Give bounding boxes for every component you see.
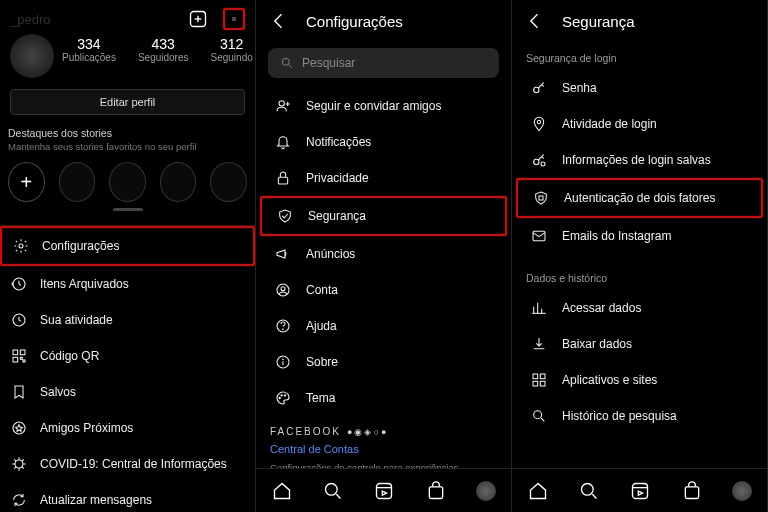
set-item-search[interactable]: Histórico de pesquisa	[516, 398, 763, 434]
brand-icons: ●◉◈○●	[347, 427, 388, 437]
nav-reels-icon[interactable]	[373, 480, 395, 502]
stat-posts[interactable]: 334Publicações	[62, 36, 116, 63]
set-item-shield[interactable]: Segurança	[260, 196, 507, 236]
nav-search-icon[interactable]	[578, 480, 600, 502]
set-item-key[interactable]: Senha	[516, 70, 763, 106]
nav-home-icon[interactable]	[271, 480, 293, 502]
info-icon	[274, 353, 292, 371]
shield-icon	[276, 207, 294, 225]
gear-icon	[12, 237, 30, 255]
svg-rect-60	[540, 381, 545, 386]
stat-followers[interactable]: 433Seguidores	[138, 36, 189, 63]
drag-handle[interactable]	[113, 208, 143, 211]
set-item-info[interactable]: Sobre	[260, 344, 507, 380]
svg-point-34	[283, 329, 284, 330]
svg-point-6	[19, 244, 23, 248]
svg-rect-43	[377, 483, 392, 498]
item-label: Notificações	[306, 135, 371, 149]
menu-item-bookmark[interactable]: Salvos	[0, 374, 255, 410]
menu-item-qr[interactable]: Código QR	[0, 338, 255, 374]
data-history-list: Acessar dadosBaixar dadosAplicativos e s…	[512, 290, 767, 434]
login-security-list: SenhaAtividade de loginInformações de lo…	[512, 70, 767, 254]
clock-icon	[10, 311, 28, 329]
menu-item-star-list[interactable]: Amigos Próximos	[0, 410, 255, 446]
item-label: Segurança	[308, 209, 366, 223]
edit-profile-button[interactable]: Editar perfil	[10, 89, 245, 115]
svg-line-23	[14, 467, 16, 469]
location-icon	[530, 115, 548, 133]
covid-icon	[10, 455, 28, 473]
username[interactable]: _pedro	[10, 12, 50, 27]
nav-shop-icon[interactable]	[681, 480, 703, 502]
svg-point-47	[534, 87, 539, 92]
clock-arrow-icon	[10, 275, 28, 293]
nav-search-icon[interactable]	[322, 480, 344, 502]
item-label: Informações de login salvas	[562, 153, 711, 167]
bar-chart-icon	[530, 299, 548, 317]
set-item-bell[interactable]: Notificações	[260, 124, 507, 160]
set-item-download[interactable]: Baixar dados	[516, 326, 763, 362]
svg-point-41	[326, 483, 338, 495]
item-label: Atividade de login	[562, 117, 657, 131]
nav-shop-icon[interactable]	[425, 480, 447, 502]
avatar[interactable]	[10, 34, 54, 78]
new-post-icon[interactable]	[187, 8, 209, 30]
profile-panel: _pedro 334Publicações 433Seguidores 312S…	[0, 0, 256, 512]
menu-item-clock[interactable]: Sua atividade	[0, 302, 255, 338]
set-item-user-circle[interactable]: Conta	[260, 272, 507, 308]
stat-following[interactable]: 312Seguindo	[211, 36, 253, 63]
item-label: Acessar dados	[562, 301, 641, 315]
set-item-location[interactable]: Atividade de login	[516, 106, 763, 142]
stories-subtitle: Mantenha seus stories favoritos no seu p…	[8, 141, 247, 152]
search-input[interactable]: Pesquisar	[268, 48, 499, 78]
apps-icon	[530, 371, 548, 389]
nav-profile-icon[interactable]	[476, 481, 496, 501]
svg-rect-13	[23, 360, 25, 362]
hamburger-menu-icon[interactable]	[223, 8, 245, 30]
svg-line-42	[336, 494, 340, 498]
set-item-key-save[interactable]: Informações de login salvas	[516, 142, 763, 178]
item-label: COVID-19: Central de Informações	[40, 457, 227, 471]
nav-reels-icon[interactable]	[629, 480, 651, 502]
set-item-bar-chart[interactable]: Acessar dados	[516, 290, 763, 326]
svg-line-22	[22, 467, 24, 469]
set-item-apps[interactable]: Aplicativos e sites	[516, 362, 763, 398]
svg-rect-30	[278, 177, 287, 184]
accounts-center-link[interactable]: Central de Contas	[270, 443, 497, 455]
menu-item-covid[interactable]: COVID-19: Central de Informações	[0, 446, 255, 482]
security-header: Segurança	[512, 0, 767, 42]
key-icon	[530, 79, 548, 97]
menu-item-refresh-msg[interactable]: Atualizar mensagens	[0, 482, 255, 512]
menu-item-gear[interactable]: Configurações	[0, 226, 255, 266]
bell-icon	[274, 133, 292, 151]
help-icon	[274, 317, 292, 335]
set-item-help[interactable]: Ajuda	[260, 308, 507, 344]
shield-grid-icon	[532, 189, 550, 207]
set-item-shield-grid[interactable]: Autenticação de dois fatores	[516, 178, 763, 218]
item-label: Aplicativos e sites	[562, 373, 657, 387]
set-item-palette[interactable]: Tema	[260, 380, 507, 416]
item-label: Amigos Próximos	[40, 421, 133, 435]
back-icon[interactable]	[524, 10, 546, 32]
set-item-mail[interactable]: Emails do Instagram	[516, 218, 763, 254]
stories-title: Destaques dos stories	[8, 127, 247, 139]
set-item-megaphone[interactable]: Anúncios	[260, 236, 507, 272]
set-item-lock[interactable]: Privacidade	[260, 160, 507, 196]
item-label: Sobre	[306, 355, 338, 369]
page-title: Configurações	[306, 13, 403, 30]
profile-menu: ConfiguraçõesItens ArquivadosSua ativida…	[0, 225, 255, 512]
add-story-button[interactable]: +	[8, 162, 45, 202]
person-plus-icon	[274, 97, 292, 115]
nav-home-icon[interactable]	[527, 480, 549, 502]
set-item-person-plus[interactable]: Seguir e convidar amigos	[260, 88, 507, 124]
menu-item-clock-arrow[interactable]: Itens Arquivados	[0, 266, 255, 302]
item-label: Privacidade	[306, 171, 369, 185]
svg-rect-59	[533, 381, 538, 386]
download-icon	[530, 335, 548, 353]
item-label: Histórico de pesquisa	[562, 409, 677, 423]
svg-point-37	[283, 359, 284, 360]
back-icon[interactable]	[268, 10, 290, 32]
nav-profile-icon[interactable]	[732, 481, 752, 501]
svg-point-63	[582, 483, 594, 495]
settings-panel: Configurações Pesquisar Seguir e convida…	[256, 0, 512, 512]
